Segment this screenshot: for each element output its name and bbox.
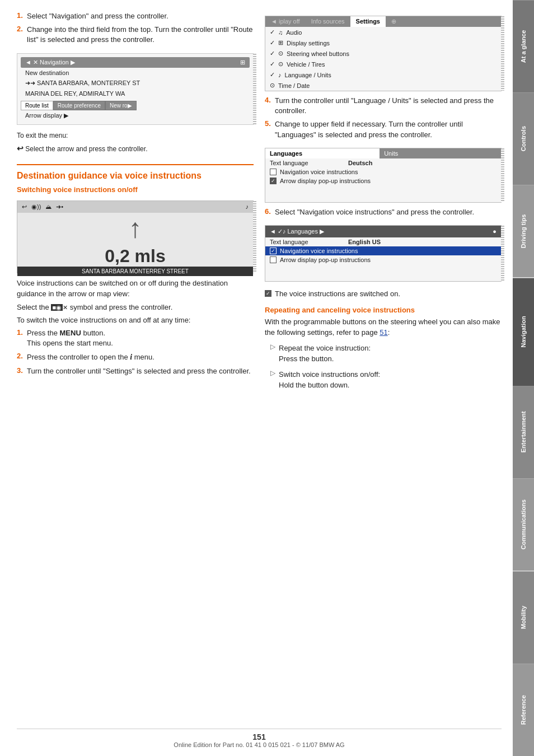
arrow-display-row: Arrow display ▶ [21,110,250,121]
left-step-3-text: Turn the controller until "Settings" is … [27,366,251,376]
section-heading: Destination guidance via voice instructi… [17,171,254,181]
lang-spacer-2 [265,264,501,281]
vehicle-icon: ⊙ [278,60,283,68]
page-link[interactable]: 51 [380,328,387,337]
sidebar-item-at-glance[interactable]: At a glance [513,0,534,92]
page-footer: 151 Online Edition for Part no. 01 41 0 … [17,729,502,750]
steering-check: ✓ [270,50,275,57]
bullet-label-2: Switch voice instructions on/off: [279,369,380,380]
right-column: ◄ iplay off Info sources Settings ⊕ ✓ ♫ … [265,11,502,724]
steering-label: Steering wheel buttons [287,50,349,57]
arrow-map-box: ↩ ◉)) ⛰ ➜• ♪ ↑ 0,2 mls SANTA BARBARA MON… [17,200,254,273]
route-pref-btn[interactable]: Route preference [53,101,105,110]
step-6: 6. Select "Navigation voice instructions… [265,207,502,217]
left-step-3-num: 3. [17,366,27,376]
nav-arrow-icon: ➜• [56,203,63,211]
sidebar-item-driving[interactable]: Driving tips [513,185,534,277]
mute-symbol: ✕ [63,304,68,311]
time-row: ⊙ Time / Date [265,80,501,91]
step-4-text: Turn the controller until "Language / Un… [275,96,502,116]
settings-tab[interactable]: Settings [350,16,386,27]
navigation-ui-box: ◄ ✕ Navigation ▶ ⊞ New destination ➜➜ SA… [17,53,254,125]
route-button-bar: Route list Route preference New ro▶ [21,101,250,110]
exit-note: To exit the menu: [17,132,254,139]
arrow-map-center: ↑ 0,2 mls [17,213,253,267]
nav-route-text2: MARINA DEL REY, ADMIRALTY WA [25,90,125,97]
left-step-3: 3. Turn the controller until "Settings" … [17,366,254,376]
voice-text-3: To switch the voice instructions on and … [17,315,254,326]
nav-route-row1: ➜➜ SANTA BARBARA, MONTERREY ST [21,78,250,88]
lang-tab-languages[interactable]: Languages [265,148,380,158]
exit-detail-text: Select the arrow and press the controlle… [25,145,147,153]
page-number: 151 [17,732,502,741]
nav-voice-row-2-highlighted: ✓ Navigation voice instructions [265,246,501,255]
bullet-label-1: Repeat the voice instruction: [279,343,371,354]
bullet-text-2: Switch voice instructions on/off: Hold t… [279,369,380,391]
vehicle-check: ✓ [270,60,275,68]
language-ui-box-1: Languages Units ● Text language Deutsch … [265,148,502,203]
text-language-row-2: Text language English US [265,237,501,246]
text-language-row-1: Text language Deutsch [265,158,501,167]
sidebar-item-entertainment[interactable]: Entertainment [513,386,534,478]
left-step-1-text: Press the MENU button.This opens the sta… [27,328,113,348]
sidebar: At a glance Controls Driving tips Naviga… [513,0,534,756]
left-step-2: 2. Press the controller to open the i me… [17,352,254,363]
step-4-num: 4. [265,96,275,116]
left-step-2-num: 2. [17,352,27,363]
text-language-key: Text language [270,160,348,166]
step-2: 2. Change into the third field from the … [17,25,254,45]
left-step-1: 1. Press the MENU button.This opens the … [17,328,254,348]
language-ui-box-2: ◄ ✓♪ Languages ▶ ● Text language English… [265,225,502,282]
route-list-btn[interactable]: Route list [21,101,53,110]
lang-ui2-header-text: ◄ ✓♪ Languages ▶ [270,228,324,235]
lang-indicator: ● [494,148,501,158]
section-subheading: Switching voice instructions on/off [17,185,254,194]
lang-tab-units[interactable]: Units [380,148,494,158]
step-6-text: Select "Navigation voice instructions" a… [275,207,474,217]
back-nav-icon: ↩ [22,203,27,211]
arrow-map-top-bar: ↩ ◉)) ⛰ ➜• ♪ [17,201,253,213]
exit-note-text: To exit the menu: [17,132,68,139]
steering-icon: ⊙ [278,50,283,57]
sidebar-item-communications[interactable]: Communications [513,478,534,571]
direction-arrow: ↑ [128,213,142,244]
arrow-popup-checkbox-1: ✓ [270,178,277,184]
sidebar-item-controls[interactable]: Controls [513,92,534,185]
display-row: ✓ ⊞ Display settings [265,38,501,48]
nav-voice-label-2: Navigation voice instructions [280,248,358,254]
step-5-num: 5. [265,119,275,139]
display-icon: ⊞ [278,39,283,46]
new-destination-text: New destination [25,69,69,76]
nav-voice-row-1: Navigation voice instructions [265,167,501,176]
left-step-1-num: 1. [17,328,27,348]
nav-header-text: ◄ ✕ Navigation ▶ [25,59,75,66]
nav-voice-label-1: Navigation voice instructions [280,169,358,175]
repeating-text: With the programmable buttons on the ste… [265,316,502,338]
repeating-heading: Repeating and canceling voice instructio… [265,306,502,314]
voice-text-1: Voice instructions can be switched on or… [17,278,254,300]
sidebar-item-reference[interactable]: Reference [513,664,534,756]
lang-spacer [265,185,501,202]
new-route-btn[interactable]: New ro▶ [105,101,137,110]
nav-route-row2: MARINA DEL REY, ADMIRALTY WA [21,88,250,99]
map-menu-icon: ♪ [246,203,249,211]
new-destination-row: New destination [21,68,250,78]
steering-row: ✓ ⊙ Steering wheel buttons [265,48,501,59]
speaker-icon: ◉)) [31,203,41,211]
step-2-text: Change into the third field from the top… [27,25,254,45]
info-sources-tab[interactable]: Info sources [306,16,350,27]
language-row: ✓ ♪ Language / Units [265,69,501,80]
display-label: Display settings [287,40,330,46]
bullet-arrow-1: ▷ [270,343,275,351]
bullet-item-2: ▷ Switch voice instructions on/off: Hold… [265,369,502,391]
lang-ui2-indicator: ● [493,228,496,235]
iplay-tab[interactable]: ◄ iplay off [265,16,306,27]
power-tab[interactable]: ⊕ [386,16,402,27]
sidebar-item-navigation[interactable]: Navigation [513,278,534,386]
step-1-text: Select "Navigation" and press the contro… [27,11,168,21]
vehicle-row: ✓ ⊙ Vehicle / Tires [265,59,501,69]
bullet-text-1: Repeat the voice instruction: Press the … [279,343,371,365]
arrow-popup-row-2: Arrow display pop-up instructions [265,255,501,264]
time-label: Time / Date [278,82,310,89]
sidebar-item-mobility[interactable]: Mobility [513,571,534,664]
